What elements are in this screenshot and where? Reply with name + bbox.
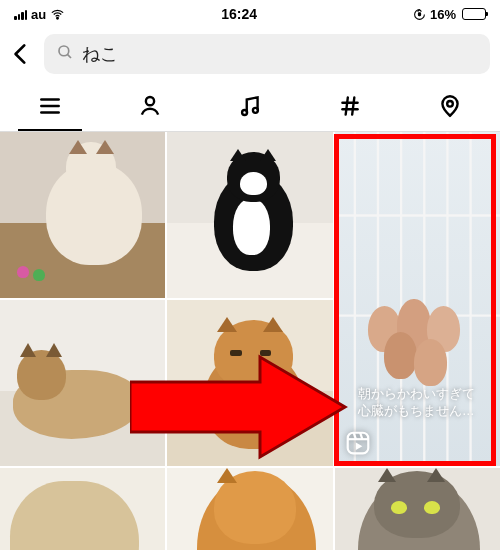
grid-item[interactable]	[0, 300, 165, 466]
search-tabs	[0, 80, 500, 132]
carrier-label: au	[31, 7, 46, 22]
search-query-text: ねこ	[82, 42, 118, 66]
svg-marker-27	[355, 442, 362, 450]
svg-line-3	[67, 54, 71, 58]
location-pin-icon	[437, 93, 463, 119]
svg-line-12	[346, 97, 348, 114]
person-icon	[137, 93, 163, 119]
svg-point-8	[242, 110, 247, 115]
svg-line-13	[352, 97, 354, 114]
reels-caption: 朝からかわいすぎて 心臓がもちません…	[345, 386, 488, 420]
status-right: 16%	[413, 7, 486, 22]
back-button[interactable]	[8, 41, 34, 67]
search-header: ねこ	[0, 28, 500, 80]
wifi-icon	[50, 7, 65, 22]
svg-point-9	[253, 107, 258, 112]
search-results-grid: 朝からかわいすぎて 心臓がもちません…	[0, 132, 500, 550]
svg-point-14	[447, 101, 453, 107]
tab-top[interactable]	[0, 80, 100, 131]
hamburger-icon	[37, 93, 63, 119]
cellular-signal-icon	[14, 9, 27, 20]
battery-icon	[462, 8, 486, 20]
svg-rect-1	[418, 12, 420, 15]
status-bar: au 16:24 16%	[0, 0, 500, 28]
grid-item[interactable]	[0, 132, 165, 298]
grid-item[interactable]	[335, 468, 500, 550]
tab-accounts[interactable]	[100, 80, 200, 131]
clock: 16:24	[221, 6, 257, 22]
tab-tags[interactable]	[300, 80, 400, 131]
hashtag-icon	[337, 93, 363, 119]
svg-point-2	[59, 46, 69, 56]
grid-item[interactable]	[167, 132, 332, 298]
status-left: au	[14, 7, 65, 22]
tab-places[interactable]	[400, 80, 500, 131]
grid-item[interactable]	[167, 468, 332, 550]
grid-item[interactable]	[167, 300, 332, 466]
search-input[interactable]: ねこ	[44, 34, 490, 74]
reels-icon	[345, 430, 371, 456]
reels-caption-line: 朝からかわいすぎて	[345, 386, 488, 403]
music-icon	[237, 93, 263, 119]
reels-caption-line: 心臓がもちません…	[345, 403, 488, 420]
search-icon	[56, 43, 74, 65]
grid-item[interactable]	[0, 468, 165, 550]
svg-rect-23	[347, 433, 368, 454]
grid-item-reels[interactable]: 朝からかわいすぎて 心臓がもちません…	[335, 132, 500, 466]
orientation-lock-icon	[413, 8, 426, 21]
svg-point-7	[146, 97, 154, 105]
tab-audio[interactable]	[200, 80, 300, 131]
svg-point-0	[57, 17, 59, 19]
battery-pct: 16%	[430, 7, 456, 22]
